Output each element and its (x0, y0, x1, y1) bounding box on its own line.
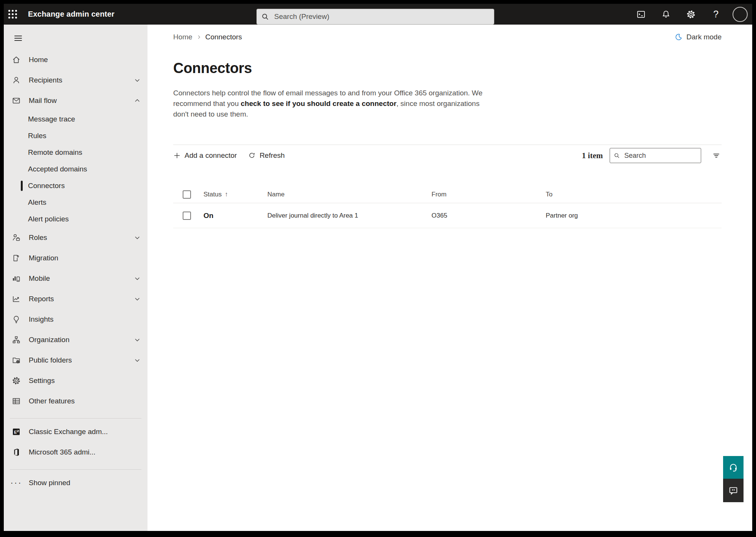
chevron-right-icon (196, 34, 202, 40)
sort-ascending-icon: ↑ (225, 191, 228, 198)
sidebar-item-other-features[interactable]: Other features (4, 391, 147, 411)
breadcrumb-current: Connectors (205, 33, 242, 41)
terminal-icon (636, 9, 646, 19)
search-icon (261, 13, 269, 20)
feedback-button[interactable] (723, 479, 744, 502)
notifications-button[interactable] (658, 6, 674, 23)
row-name: Deliver journal directly to Area 1 (267, 212, 432, 219)
item-count: 1 item (582, 151, 603, 160)
show-pinned-button[interactable]: ··· Show pinned (4, 473, 147, 493)
main-content: Home Connectors Dark mode Connectors Con… (147, 25, 752, 531)
roles-icon (11, 233, 21, 243)
chevron-down-icon (134, 275, 141, 282)
sidebar-subitem-alerts[interactable]: Alerts (4, 194, 147, 211)
headset-icon (728, 462, 739, 473)
chat-icon (728, 485, 739, 496)
app-title: Exchange admin center (28, 10, 115, 19)
chevron-down-icon (134, 357, 141, 364)
refresh-icon (248, 152, 256, 159)
settings-button[interactable] (683, 6, 699, 23)
reports-icon (11, 294, 21, 304)
moon-icon (674, 33, 683, 41)
row-checkbox[interactable] (183, 212, 191, 220)
sidebar-subitem-remote-domains[interactable]: Remote domains (4, 144, 147, 161)
sidebar-item-mobile[interactable]: Mobile (4, 268, 147, 289)
sidebar-subitem-message-trace[interactable]: Message trace (4, 111, 147, 128)
sidebar-divider (10, 418, 141, 419)
list-search-input[interactable] (624, 152, 697, 160)
question-mark-icon: ? (713, 9, 719, 20)
cloud-shell-button[interactable] (633, 6, 649, 23)
sidebar-item-organization[interactable]: Organization (4, 330, 147, 350)
page-description: Connectors help control the flow of emai… (173, 88, 493, 120)
search-icon (614, 152, 620, 159)
sidebar-subitem-connectors[interactable]: Connectors (4, 177, 147, 194)
sidebar-item-migration[interactable]: Migration (4, 248, 147, 268)
list-toolbar: Add a connector Refresh 1 item (173, 145, 722, 166)
sidebar-item-classic-exchange[interactable]: E Classic Exchange adm... (4, 422, 147, 442)
sidebar-item-roles[interactable]: Roles (4, 227, 147, 248)
sidebar-item-m365-admin[interactable]: Microsoft 365 admi... (4, 442, 147, 462)
row-to: Partner org (546, 212, 722, 219)
column-header-name[interactable]: Name (267, 191, 432, 198)
org-chart-icon (11, 335, 21, 345)
gear-icon (11, 376, 21, 386)
description-link[interactable]: check to see if you should create a conn… (241, 100, 396, 107)
support-button-stack (723, 456, 744, 502)
migration-icon (11, 253, 21, 263)
sidebar-item-mail-flow[interactable]: Mail flow (4, 90, 147, 111)
table-header-row: Status ↑ Name From To (173, 186, 722, 203)
nav-list: Home Recipients (4, 50, 147, 411)
select-all-checkbox[interactable] (183, 190, 191, 199)
table-row[interactable]: On Deliver journal directly to Area 1 O3… (173, 203, 722, 228)
chevron-down-icon (134, 234, 141, 241)
row-from: O365 (432, 212, 546, 219)
sidebar-item-reports[interactable]: Reports (4, 289, 147, 309)
hamburger-icon (13, 33, 23, 43)
dark-mode-toggle[interactable]: Dark mode (674, 33, 722, 41)
sidebar-item-recipients[interactable]: Recipients (4, 70, 147, 90)
person-icon (11, 75, 21, 85)
filter-button[interactable] (711, 150, 722, 161)
connectors-table: Status ↑ Name From To On Deliver journal… (173, 186, 722, 228)
column-header-status[interactable]: Status (203, 191, 222, 198)
topbar-actions: ? (633, 4, 748, 25)
app-window: Exchange admin center (4, 4, 752, 531)
global-search-input[interactable] (274, 12, 489, 21)
help-button[interactable]: ? (708, 6, 724, 23)
sidebar-item-home[interactable]: Home (4, 50, 147, 70)
table-icon (11, 396, 21, 406)
row-status: On (203, 212, 267, 220)
sidebar-item-public-folders[interactable]: Public folders (4, 350, 147, 370)
account-avatar[interactable] (733, 7, 748, 22)
breadcrumb-home-link[interactable]: Home (173, 33, 192, 41)
top-bar: Exchange admin center (4, 4, 752, 25)
chevron-down-icon (134, 336, 141, 343)
column-header-from[interactable]: From (432, 191, 546, 198)
sidebar-divider (10, 469, 141, 470)
list-search-box[interactable] (610, 148, 701, 163)
global-search-box[interactable] (256, 9, 494, 25)
plus-icon (173, 152, 181, 159)
mail-icon (11, 96, 21, 106)
support-button[interactable] (723, 456, 744, 479)
exchange-logo-icon: E (11, 427, 21, 437)
waffle-icon (8, 10, 17, 19)
sidebar-item-insights[interactable]: Insights (4, 309, 147, 330)
add-connector-button[interactable]: Add a connector (173, 151, 237, 160)
lightbulb-icon (11, 314, 21, 324)
gear-icon (686, 9, 696, 19)
collapse-nav-button[interactable] (10, 32, 26, 44)
refresh-button[interactable]: Refresh (248, 151, 285, 160)
sidebar-subitem-alert-policies[interactable]: Alert policies (4, 211, 147, 227)
filter-icon (712, 151, 721, 160)
sidebar-subitem-accepted-domains[interactable]: Accepted domains (4, 161, 147, 177)
sidebar-subitem-rules[interactable]: Rules (4, 128, 147, 144)
chevron-up-icon (134, 97, 141, 104)
chevron-down-icon (134, 296, 141, 302)
ellipsis-icon: ··· (11, 478, 21, 488)
mobile-icon (11, 274, 21, 283)
sidebar-item-settings[interactable]: Settings (4, 370, 147, 391)
app-launcher-button[interactable] (4, 4, 21, 25)
column-header-to[interactable]: To (546, 191, 722, 198)
